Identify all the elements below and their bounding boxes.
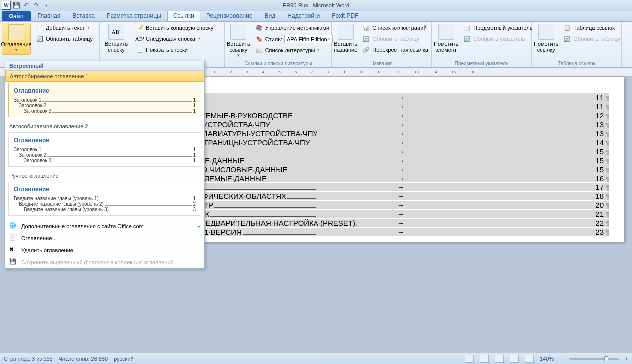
word-icon: W (2, 1, 11, 10)
bibliography-button[interactable]: 📖Список литературы▾ (253, 45, 335, 55)
toc-entry[interactable]: Д·ДАННЫХ→15¶ (165, 147, 609, 156)
gallery-custom-toc[interactable]: 📄Оглавление... (5, 232, 204, 244)
toc-entry[interactable]: 2.1·ПРЕДВАРИТЕЛЬНАЯ·НАСТРОЙКА·(PRESET)→2… (183, 219, 609, 227)
status-zoom[interactable]: 140% (540, 356, 554, 362)
document-page[interactable]: ь таблицу... →11¶ФУНКЦИИ→11¶ИСПОЛЬЗУЕМЫЕ… (150, 77, 624, 242)
toc-entry[interactable]: ОБЩЕНИЯ→17¶ (165, 183, 609, 191)
window-title: ER90-Rus - Microsoft Word (283, 2, 349, 8)
zoom-out-icon[interactable]: − (560, 356, 563, 362)
toc-entry[interactable]: ·БУКВЕННО-ЧИСЛОВЫЕ·ДАННЫЕ→15¶ (165, 165, 609, 174)
update-index-button[interactable]: 🔄Обновить указатель (461, 34, 534, 44)
toc-dialog-icon: 📄 (9, 234, 17, 242)
save-selection-icon: 💾 (9, 258, 17, 266)
gallery-item-manual[interactable]: Ручное оглавление (5, 171, 204, 181)
qat-dropdown-icon[interactable]: ▾ (42, 1, 51, 10)
toc-entry[interactable]: ЗОВАНИЕ·УСТРОЙСТВА·ЧПУ→13¶ (165, 120, 609, 129)
update-figures-button[interactable]: 🔄Обновить таблицу (360, 34, 430, 44)
tab-file[interactable]: Файл (2, 11, 31, 21)
toc-entry[interactable]: →11¶ (165, 93, 609, 102)
next-footnote-button[interactable]: AB¹Следующая сноска▾ (134, 34, 215, 44)
gallery-header-builtin: Встроенный (5, 61, 204, 71)
manage-sources-button[interactable]: 📚Управление источниками (253, 23, 335, 33)
insert-citation-button[interactable]: Вставить ссылку▼ (227, 23, 250, 60)
redo-icon[interactable]: ↷ (32, 1, 41, 10)
undo-icon[interactable]: ↶ (22, 1, 31, 10)
toc-gallery: Встроенный Автособираемое оглавление 1 О… (5, 61, 205, 269)
insert-index-button[interactable]: 📑Предметный указатель (461, 23, 534, 33)
authorities-table-button[interactable]: 📋Таблица ссылок (561, 23, 622, 33)
remove-icon: ✖ (9, 246, 17, 254)
toc-entry[interactable]: ·НЕИЗМЕНЯЕМЫЕ·ДАННЫЕ→16¶ (165, 174, 609, 182)
status-words[interactable]: Число слов: 26 650 (59, 356, 108, 362)
tab-view[interactable]: Вид (259, 11, 282, 21)
citation-style-select[interactable]: 🔖Стиль:APA Fifth Edition▾ (253, 34, 335, 44)
zoom-in-icon[interactable]: + (625, 356, 628, 362)
tab-layout[interactable]: Разметка страницы (101, 11, 167, 21)
gallery-preview-auto2[interactable]: Оглавление Заголовок 11 Заголовок 21 Заг… (8, 132, 201, 167)
toc-entry[interactable]: ФУНКЦИИ→11¶ (165, 102, 609, 111)
status-bar: Страница: 3 из 155 Число слов: 26 650 ру… (0, 353, 632, 364)
status-language[interactable]: русский (114, 356, 133, 362)
tab-insert[interactable]: Вставка (66, 11, 101, 21)
mark-citation-button[interactable]: Пометить ссылку (534, 23, 558, 54)
office-icon: 🌐 (9, 222, 17, 230)
gallery-item-auto1[interactable]: Автособираемое оглавление 1 (5, 71, 204, 82)
toc-entry[interactable]: ·ЧИСЛОВЫЕ·ДАННЫЕ→15¶ (165, 156, 609, 165)
update-toc-button[interactable]: 🔄Обновить таблицу (34, 34, 95, 44)
insert-footnote-button[interactable]: AB¹Вставить сноску (102, 23, 131, 54)
tab-foxit[interactable]: Foxit PDF (326, 11, 364, 21)
gallery-save-selection: 💾Сохранить выделенный фрагмент в коллекц… (5, 256, 204, 268)
update-authorities-button[interactable]: 🔄Обновить таблицу (561, 34, 622, 44)
toc-entry[interactable]: 2.1.1·ВЕРСИЯ→23¶ (192, 228, 609, 236)
gallery-remove-toc[interactable]: ✖Удалить оглавление (5, 244, 204, 256)
add-text-button[interactable]: 📄Добавить текст▾ (34, 23, 95, 33)
mark-entry-button[interactable]: Пометить элемент (434, 23, 458, 54)
tab-addins[interactable]: Надстройки (281, 11, 326, 21)
view-full-screen-icon[interactable] (480, 355, 489, 363)
gallery-more-office[interactable]: 🌐Дополнительные оглавления с сайта Offic… (5, 220, 204, 232)
table-of-figures-button[interactable]: 📊Список иллюстраций (360, 23, 430, 33)
gallery-preview-auto1[interactable]: Оглавление Заголовок 11 Заголовок 21 Заг… (8, 83, 201, 117)
toc-entry[interactable]: 2·ЗАПУСК→21¶ (174, 210, 609, 218)
title-bar: W 💾 ↶ ↷ ▾ ER90-Rus - Microsoft Word (0, 0, 632, 11)
toc-entry[interactable]: ОТА·В·ГРАФИЧЕСКИХ·ОБЛАСТЯХ→18¶ (165, 192, 609, 200)
gallery-item-auto2[interactable]: Автособираемое оглавление 2 (5, 121, 204, 131)
show-notes-button[interactable]: 📃Показать сноски (134, 45, 215, 55)
gallery-preview-manual[interactable]: Оглавление Введите название главы (урове… (8, 182, 201, 216)
toc-button[interactable]: Оглавление ▼ (2, 23, 31, 55)
status-page[interactable]: Страница: 3 из 155 (4, 356, 53, 362)
tab-home[interactable]: Главная (32, 11, 67, 21)
view-outline-icon[interactable] (510, 355, 519, 363)
cross-reference-button[interactable]: 🔗Перекрестная ссылка (360, 45, 430, 55)
save-icon[interactable]: 💾 (12, 1, 21, 10)
insert-caption-button[interactable]: Вставить название (334, 23, 357, 54)
toc-entry[interactable]: ИСАНИЕ·КЛАВИАТУРЫ·УСТРОЙСТВА·ЧПУ→13¶ (165, 129, 609, 138)
toc-entry[interactable]: ИСАНИЕ·СТРАНИЦЫ·УСТРОЙСТВА·ЧПУ→14¶ (165, 138, 609, 147)
insert-endnote-button[interactable]: 📝Вставить концевую сноску (134, 23, 215, 33)
toc-label: Оглавление (1, 41, 31, 47)
tab-references[interactable]: Ссылки (167, 11, 200, 21)
zoom-slider[interactable] (569, 358, 619, 360)
tab-review[interactable]: Рецензирование (200, 11, 259, 21)
view-draft-icon[interactable] (525, 355, 534, 363)
view-web-icon[interactable] (495, 355, 504, 363)
toc-entry[interactable]: ИСПОЛЬЗУЕМЫЕ·В·РУКОВОДСТВЕ→12¶ (165, 111, 609, 120)
ribbon-tabs: Файл Главная Вставка Разметка страницы С… (0, 11, 632, 22)
toc-entry[interactable]: 1.5.0·ФИЛЬТР→20¶ (165, 201, 609, 209)
view-print-layout-icon[interactable] (465, 355, 474, 363)
